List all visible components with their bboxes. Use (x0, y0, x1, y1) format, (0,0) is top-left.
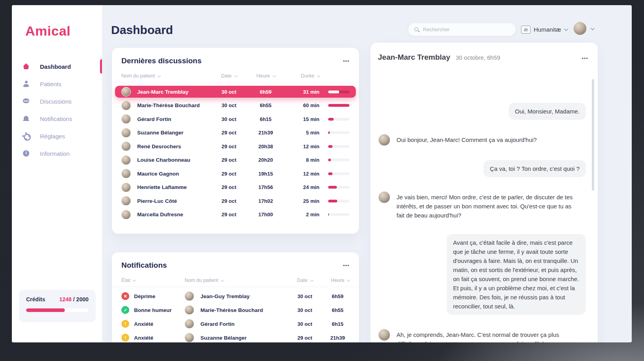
notification-date: 30 oct (288, 321, 322, 327)
notifications-rows: ✕Déprime Jean-Guy Tremblay 30 oct 6h59 ✓… (112, 287, 359, 342)
sort-name[interactable]: Nom du patient (121, 73, 210, 79)
chat-scrollbar-thumb[interactable] (592, 79, 594, 191)
discussion-time: 17h56 (247, 184, 284, 190)
search-icon (414, 27, 419, 32)
discussion-date: 29 oct (214, 171, 244, 177)
notification-row[interactable]: ✓Bonne humeur Marie-Thérèse Bouchard 30 … (121, 304, 349, 316)
patient-name: Louise Charbonneau (137, 157, 190, 163)
chevron-down-icon (564, 27, 568, 31)
sort-time[interactable]: Heure (326, 278, 349, 283)
patient-avatar (378, 329, 390, 341)
notification-date: 29 oct (288, 335, 322, 341)
credits-progress-fill (26, 308, 65, 312)
nav-icon (23, 132, 30, 140)
main-content: Dashboard æ Humanitæ Dernières discussio… (102, 5, 632, 342)
sort-chevron-icon (221, 278, 224, 282)
discussion-date: 29 oct (214, 212, 244, 217)
patient-name: Jean-Guy Tremblay (200, 293, 250, 299)
chat-message: Oui bonjour, Jean-Marc! Comment ça va au… (378, 134, 586, 146)
notification-date: 30 oct (288, 307, 322, 313)
table-row[interactable]: Suzanne Bélanger 29 oct 21h39 5 min (115, 127, 356, 139)
patient-avatar (185, 319, 194, 329)
discussion-duration: 2 min (288, 212, 319, 217)
sidebar-item[interactable]: Patients (12, 75, 102, 93)
patient-avatar (121, 128, 131, 138)
discussion-time: 20h38 (247, 144, 284, 149)
duration-bar-track (328, 159, 349, 161)
patient-avatar (121, 169, 131, 178)
credits-progress-track (26, 308, 89, 312)
discussions-menu-button[interactable]: ••• (343, 59, 349, 63)
discussion-date: 30 oct (214, 102, 244, 108)
sidebar-item[interactable]: Dashboard (12, 58, 102, 75)
table-row[interactable]: Jean-Marc Tremblay 30 oct 6h59 31 min (115, 86, 356, 98)
table-row[interactable]: Gérard Fortin 30 oct 6h15 15 min (115, 113, 356, 125)
search-box[interactable] (408, 23, 516, 36)
chat-datetime: 30 octobre, 6h59 (456, 54, 500, 61)
chat-header: Jean-Marc Tremblay 30 octobre, 6h59 ••• (370, 43, 598, 62)
nav-icon (23, 98, 30, 105)
user-avatar (573, 22, 587, 35)
chat-menu-button[interactable]: ••• (582, 56, 588, 60)
discussion-duration: 12 min (288, 144, 319, 149)
discussion-duration: 31 min (288, 89, 319, 95)
sort-status[interactable]: État (121, 278, 181, 283)
message-text: Ah, je comprends, Jean-Marc. C'est norma… (397, 329, 578, 342)
notification-row[interactable]: !Anxiété Gérard Fortin 30 oct 6h15 (121, 318, 349, 330)
sidebar-item[interactable]: Réglages (12, 127, 102, 145)
status-icon: ✓ (121, 306, 129, 314)
table-row[interactable]: Louise Charbonneau 29 oct 20h20 8 min (115, 154, 356, 166)
sort-chevron-icon (272, 74, 276, 77)
notification-row[interactable]: ✕Déprime Jean-Guy Tremblay 30 oct 6h59 (121, 290, 349, 302)
discussion-date: 29 oct (214, 157, 244, 163)
table-row[interactable]: René Desrochers 29 oct 20h38 12 min (115, 140, 356, 152)
patient-name: Marcella Dufresne (137, 212, 183, 217)
table-row[interactable]: Maurice Gagnon 29 oct 19h15 12 min (115, 168, 356, 180)
search-input[interactable] (423, 26, 502, 32)
table-row[interactable]: Henriette Laflamme 29 oct 17h56 24 min (115, 181, 356, 193)
chat-message: Ça va, toi ? Ton ordre, c'est quoi ? (378, 160, 586, 177)
language-label: Humanitæ (534, 26, 561, 33)
discussion-date: 30 oct (214, 89, 244, 95)
status-icon: ! (121, 334, 129, 342)
sidebar-item[interactable]: Discussions (12, 93, 102, 110)
language-selector[interactable]: æ Humanitæ (521, 23, 567, 36)
duration-bar-fill (328, 172, 332, 175)
discussion-date: 29 oct (214, 184, 244, 190)
sort-date[interactable]: Date (214, 73, 244, 79)
sidebar-item-label: Dashboard (40, 63, 71, 70)
credits-value: 1248 / 2000 (59, 296, 89, 302)
table-row[interactable]: Marie-Thérèse Bouchard 30 oct 6h55 60 mi… (115, 100, 356, 112)
sort-chevron-icon (310, 278, 313, 282)
sidebar-item[interactable]: Information (12, 145, 102, 162)
duration-bar-fill (328, 159, 331, 161)
sort-time[interactable]: Heure (247, 73, 284, 79)
discussion-duration: 60 min (288, 102, 319, 108)
discussion-date: 29 oct (214, 198, 244, 204)
sort-name[interactable]: Nom du patient (185, 278, 284, 283)
sort-duration[interactable]: Durée (288, 73, 319, 79)
patient-name: Gérard Fortin (200, 321, 234, 327)
table-row[interactable]: Pierre-Luc Côté 29 oct 17h02 25 min (115, 195, 356, 207)
notification-time: 6h55 (326, 307, 349, 313)
patient-avatar (378, 191, 390, 203)
duration-bar-fill (328, 213, 329, 216)
notification-time: 6h15 (326, 321, 349, 327)
notifications-menu-button[interactable]: ••• (343, 263, 349, 268)
discussion-duration: 5 min (288, 130, 319, 136)
patient-avatar (121, 183, 131, 192)
credits-card: Crédits 1248 / 2000 (19, 290, 96, 322)
sort-chevron-icon (317, 74, 320, 77)
notifications-header-row: État Nom du patient Date Heure (112, 277, 359, 287)
profile-menu[interactable] (573, 22, 593, 35)
table-row[interactable]: Marcella Dufresne 29 oct 17h00 2 min (115, 209, 356, 221)
status-icon: ✕ (121, 292, 129, 300)
notification-row[interactable]: !Anxiété Suzanne Bélanger 29 oct 21h39 (121, 332, 349, 342)
sidebar-item[interactable]: Notifications (12, 110, 102, 127)
chat-message: Avant ça, c'était facile à dire, mais c'… (378, 234, 586, 315)
sort-date[interactable]: Date (288, 278, 322, 283)
message-text: Ça va, toi ? Ton ordre, c'est quoi ? (483, 160, 586, 177)
patient-avatar (185, 305, 194, 315)
discussion-date: 29 oct (214, 144, 244, 149)
patient-avatar (121, 101, 131, 110)
